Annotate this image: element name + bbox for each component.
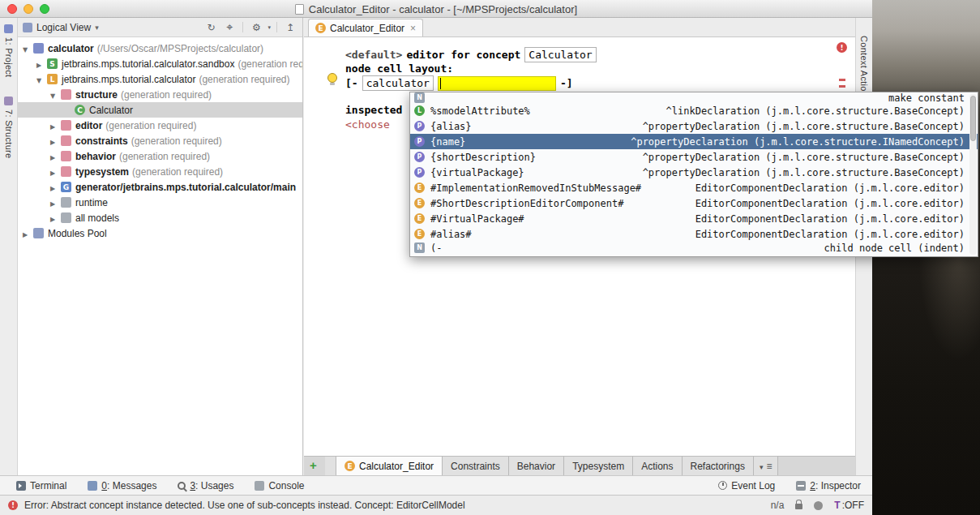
concept-ref-cell[interactable]: Calculator [524, 47, 596, 62]
tree-row-modules-pool[interactable]: Modules Pool [18, 225, 302, 241]
tree-row-editor[interactable]: editor (generation required) [18, 118, 302, 133]
aspect-tab-behavior[interactable]: Behavior [509, 457, 564, 475]
chevron-right-icon[interactable] [50, 120, 61, 131]
chevron-down-icon[interactable] [23, 43, 33, 54]
messages-label: 0: Messages [101, 480, 156, 491]
collapse-all-icon[interactable] [283, 22, 297, 33]
aspect-tab-typesystem[interactable]: Typesystem [564, 457, 633, 475]
aspect-tab-label: Calculator_Editor [359, 461, 434, 472]
aspect-tab-overflow[interactable] [754, 457, 779, 475]
completion-item[interactable]: N (- child node cell (indent) [410, 242, 978, 254]
tree-row-runtime[interactable]: runtime [18, 195, 302, 210]
completion-item[interactable]: P {alias} ^propertyDeclaration (j.m.l.co… [410, 118, 978, 134]
tree-label: calculator [48, 43, 94, 54]
editor-component-icon: E [414, 229, 425, 239]
completion-item[interactable]: P {virtualPackage} ^propertyDeclaration … [410, 165, 978, 180]
editor-aspect-icon [315, 23, 326, 33]
tree-row-sandbox-solution[interactable]: jetbrains.mps.tutorial.calculator.sandbo… [18, 56, 302, 71]
completion-item[interactable]: P {shortDescription} ^propertyDeclaratio… [410, 149, 978, 165]
project-tree: calculator (/Users/Oscar/MPSProjects/cal… [18, 37, 302, 241]
tree-label: structure [75, 89, 118, 101]
console-button[interactable]: Console [255, 480, 304, 491]
chevron-right-icon[interactable] [50, 151, 61, 162]
completion-item-selected[interactable]: P {name} ^propertyDeclaration (j.m.l.cor… [410, 134, 978, 149]
tree-row-typesystem[interactable]: typesystem (generation required) [18, 164, 302, 179]
hector-icon[interactable] [814, 501, 823, 510]
completion-item[interactable]: E #VirtualPackage# EditorComponentDeclar… [410, 211, 978, 226]
editor-aspect-icon [344, 461, 355, 471]
tree-label: all models [75, 212, 119, 224]
editor-component-icon: E [414, 198, 425, 208]
tree-row-calculator-concept[interactable]: Calculator [18, 102, 302, 118]
tree-row-all-models[interactable]: all models [18, 210, 302, 225]
completion-item[interactable]: E #ShortDescriptionEditorComponent# Edit… [410, 195, 978, 211]
tree-suffix: (generation required) [121, 89, 212, 101]
choose-hint-cell[interactable]: <choose [345, 118, 390, 131]
chevron-right-icon[interactable] [50, 135, 61, 147]
chevron-right-icon[interactable] [50, 212, 61, 224]
editor-tab-calculator-editor[interactable]: Calculator_Editor [308, 19, 423, 36]
terminal-button[interactable]: Terminal [16, 480, 66, 491]
tree-row-structure[interactable]: structure (generation required) [18, 87, 302, 102]
completion-item[interactable]: E #alias# EditorComponentDeclaration (j.… [410, 226, 978, 242]
chevron-right-icon[interactable] [36, 58, 47, 70]
tree-label: generator/jetbrains.mps.tutorial.calcula… [75, 182, 296, 193]
tree-suffix: (generation required) [132, 166, 223, 178]
runtime-icon [61, 197, 71, 208]
aspect-tab-refactorings[interactable]: Refactorings [683, 457, 754, 475]
add-aspect-tab-button[interactable] [310, 458, 317, 472]
inspector-button[interactable]: 2: Inspector [796, 480, 861, 491]
close-icon[interactable] [410, 23, 416, 34]
sync-icon[interactable] [203, 22, 218, 33]
code-line-cell-collection: [- calculator -] [345, 75, 573, 91]
transient-models-toggle[interactable]: T :OFF [834, 500, 864, 511]
constant-cell[interactable]: calculator [362, 75, 434, 91]
tree-row-behavior[interactable]: behavior (generation required) [18, 148, 302, 164]
tree-row-generator[interactable]: generator/jetbrains.mps.tutorial.calcula… [18, 179, 302, 195]
completion-item[interactable]: N make constant [410, 92, 978, 103]
settings-gear-icon[interactable] [249, 22, 263, 33]
chevron-down-icon[interactable] [50, 89, 61, 101]
tree-row-calculator-project[interactable]: calculator (/Users/Oscar/MPSProjects/cal… [18, 41, 302, 56]
aspect-tab-calculator-editor[interactable]: Calculator_Editor [336, 457, 443, 475]
tree-suffix: (generation required) [105, 120, 196, 131]
toolbar-separator [242, 22, 243, 32]
aspect-tab-actions[interactable]: Actions [633, 457, 682, 475]
editor-component-icon: E [414, 213, 425, 224]
tree-row-constraints[interactable]: constraints (generation required) [18, 133, 302, 148]
error-stripe-mark[interactable] [839, 85, 845, 88]
unlock-icon[interactable] [795, 504, 802, 509]
messages-button[interactable]: 0: Messages [88, 480, 156, 491]
completion-item[interactable]: L %smodelAttribute% ^linkDeclaration (j.… [410, 103, 978, 118]
active-edit-cell[interactable] [438, 76, 556, 91]
popup-scrollbar[interactable] [969, 94, 977, 255]
chevron-right-icon[interactable] [23, 228, 33, 239]
aspect-tab-constraints[interactable]: Constraints [443, 457, 509, 475]
aspect-tab-label: Actions [641, 461, 673, 472]
error-badge-icon[interactable] [837, 42, 847, 53]
chevron-right-icon[interactable] [50, 166, 61, 178]
chevron-right-icon[interactable] [50, 197, 61, 208]
chevron-right-icon[interactable] [50, 182, 61, 193]
chevron-down-icon[interactable] [95, 24, 99, 32]
caret-position[interactable]: n/a [771, 500, 785, 511]
completion-text: {name} [430, 136, 465, 148]
console-icon [255, 481, 264, 491]
error-stripe-mark[interactable] [839, 79, 845, 81]
locate-icon[interactable] [222, 20, 237, 34]
project-icon [33, 43, 44, 54]
stripe-tab-project[interactable]: 1: Project [4, 24, 14, 77]
usages-button[interactable]: 3: Usages [178, 480, 233, 491]
popup-scrollbar-thumb[interactable] [970, 96, 976, 141]
completion-text: {virtualPackage} [430, 167, 524, 178]
stripe-tab-structure[interactable]: 7: Structure [4, 97, 14, 158]
terminal-label: Terminal [30, 480, 66, 491]
view-selector[interactable]: Logical View [36, 22, 91, 33]
chevron-down-icon[interactable] [36, 74, 47, 85]
inspector-label: 2: Inspector [810, 480, 861, 491]
intention-bulb-icon[interactable] [327, 73, 337, 83]
completion-item[interactable]: E #ImplementationRemovedInStubMessage# E… [410, 180, 978, 195]
event-log-button[interactable]: Event Log [718, 480, 775, 491]
default-hint-cell[interactable]: <default> [345, 49, 402, 61]
tree-row-calculator-language[interactable]: jetbrains.mps.tutorial.calculator (gener… [18, 71, 302, 87]
